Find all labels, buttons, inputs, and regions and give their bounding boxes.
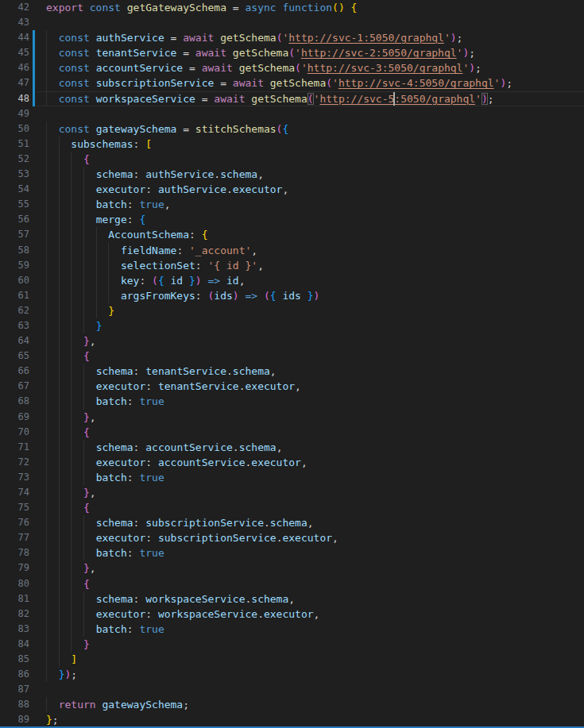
code-line-67[interactable]: 67 executor: tenantService.executor,: [0, 379, 584, 394]
code-line-53[interactable]: 53 schema: authService.schema,: [0, 167, 584, 182]
code-line-78[interactable]: 78 batch: true: [0, 545, 584, 560]
code-text: {: [46, 425, 90, 440]
code-line-86[interactable]: 86 });: [0, 667, 584, 682]
indent-guide: [59, 425, 60, 440]
code-line-60[interactable]: 60 key: ({ id }) => id,: [0, 273, 584, 288]
code-editor[interactable]: 42export const getGatewaySchema = async …: [0, 0, 584, 728]
code-line-79[interactable]: 79 },: [0, 560, 584, 576]
code-line-81[interactable]: 81 schema: workspaceService.schema,: [0, 591, 584, 607]
indent-guide: [46, 182, 47, 197]
line-number: 45: [0, 45, 29, 60]
indent-guide: [71, 455, 72, 470]
code-line-89[interactable]: 89};: [0, 712, 584, 727]
code-line-82[interactable]: 82 executor: workspaceService.executor,: [0, 607, 584, 622]
line-number: 68: [0, 394, 29, 409]
code-line-76[interactable]: 76 schema: subscriptionService.schema,: [0, 515, 584, 530]
code-line-74[interactable]: 74 },: [0, 485, 584, 500]
line-number: 66: [0, 364, 29, 379]
indent-guide: [71, 576, 72, 591]
code-text: {: [46, 576, 90, 591]
code-text: executor: accountService.executor,: [46, 455, 307, 470]
code-lines: 42export const getGatewaySchema = async …: [0, 0, 584, 728]
code-text: {: [46, 152, 90, 167]
code-line-43[interactable]: 43: [0, 15, 584, 30]
code-line-54[interactable]: 54 executor: authService.executor,: [0, 182, 584, 197]
code-text: };: [46, 712, 59, 727]
code-line-61[interactable]: 61 argsFromKeys: (ids) => ({ ids }): [0, 288, 584, 303]
indent-guide: [71, 425, 72, 440]
indent-guide: [96, 273, 97, 288]
code-line-68[interactable]: 68 batch: true: [0, 394, 584, 409]
indent-guide: [46, 455, 47, 470]
code-line-51[interactable]: 51 subschemas: [: [0, 137, 584, 152]
code-line-59[interactable]: 59 selectionSet: '{ id }',: [0, 258, 584, 273]
indent-guide: [83, 288, 84, 303]
code-line-45[interactable]: 45 const tenantService = await getSchema…: [0, 45, 584, 60]
indent-guide: [83, 227, 84, 242]
code-line-42[interactable]: 42export const getGatewaySchema = async …: [0, 0, 584, 15]
indent-guide: [96, 303, 97, 318]
code-line-84[interactable]: 84 }: [0, 637, 584, 652]
code-line-57[interactable]: 57 AccountSchema: {: [0, 227, 584, 242]
code-line-63[interactable]: 63 }: [0, 318, 584, 333]
code-line-49[interactable]: 49: [0, 106, 584, 121]
code-line-55[interactable]: 55 batch: true,: [0, 197, 584, 212]
code-line-62[interactable]: 62 }: [0, 303, 584, 318]
code-line-46[interactable]: 46 const accountService = await getSchem…: [0, 60, 584, 75]
code-line-71[interactable]: 71 schema: accountService.schema,: [0, 440, 584, 455]
code-line-50[interactable]: 50 const gatewaySchema = stitchSchemas({: [0, 121, 584, 137]
indent-guide: [71, 530, 72, 545]
indent-guide: [83, 318, 84, 333]
code-line-66[interactable]: 66 schema: tenantService.schema,: [0, 364, 584, 379]
gutter-modified-indicator: [33, 91, 35, 106]
code-text: const tenantService = await getSchema('h…: [46, 45, 475, 60]
line-number: 82: [0, 607, 29, 622]
indent-guide: [46, 333, 47, 349]
indent-guide: [59, 318, 60, 333]
indent-guide: [83, 440, 84, 455]
code-line-69[interactable]: 69 },: [0, 410, 584, 425]
code-line-85[interactable]: 85 ]: [0, 652, 584, 667]
code-line-75[interactable]: 75 {: [0, 500, 584, 515]
code-line-52[interactable]: 52 {: [0, 152, 584, 167]
indent-guide: [46, 410, 47, 425]
code-line-72[interactable]: 72 executor: accountService.executor,: [0, 455, 584, 470]
code-text: executor: authService.executor,: [46, 182, 288, 197]
code-line-47[interactable]: 47 const subscriptionService = await get…: [0, 75, 584, 91]
code-line-44[interactable]: 44 const authService = await getSchema('…: [0, 30, 584, 45]
code-line-56[interactable]: 56 merge: {: [0, 212, 584, 227]
code-line-88[interactable]: 88 return gatewaySchema;: [0, 697, 584, 712]
code-line-48[interactable]: 48 const workspaceService = await getSch…: [0, 91, 584, 106]
indent-guide: [71, 440, 72, 455]
indent-guide: [46, 167, 47, 182]
indent-guide: [46, 591, 47, 607]
indent-guide: [59, 152, 60, 167]
indent-guide: [59, 530, 60, 545]
line-number: 59: [0, 258, 29, 273]
code-text: selectionSet: '{ id }',: [46, 258, 264, 273]
code-line-65[interactable]: 65 {: [0, 349, 584, 364]
indent-guide: [83, 182, 84, 197]
line-number: 49: [0, 106, 29, 121]
code-line-70[interactable]: 70 {: [0, 425, 584, 440]
indent-guide: [46, 607, 47, 622]
indent-guide: [83, 303, 84, 318]
gutter-modified-indicator: [33, 30, 35, 45]
indent-guide: [59, 560, 60, 576]
code-line-64[interactable]: 64 },: [0, 333, 584, 349]
code-text: key: ({ id }) => id,: [46, 273, 245, 288]
code-line-73[interactable]: 73 batch: true: [0, 470, 584, 485]
indent-guide: [59, 227, 60, 242]
indent-guide: [46, 622, 47, 637]
code-line-80[interactable]: 80 {: [0, 576, 584, 591]
indent-guide: [59, 182, 60, 197]
code-line-83[interactable]: 83 batch: true: [0, 622, 584, 637]
code-text: AccountSchema: {: [46, 227, 208, 242]
code-text: return gatewaySchema;: [46, 697, 189, 712]
code-line-58[interactable]: 58 fieldName: '_account',: [0, 243, 584, 258]
line-number: 86: [0, 667, 29, 682]
code-line-77[interactable]: 77 executor: subscriptionService.executo…: [0, 530, 584, 545]
line-number: 58: [0, 243, 29, 258]
line-number: 51: [0, 137, 29, 152]
code-line-87[interactable]: 87: [0, 682, 584, 697]
